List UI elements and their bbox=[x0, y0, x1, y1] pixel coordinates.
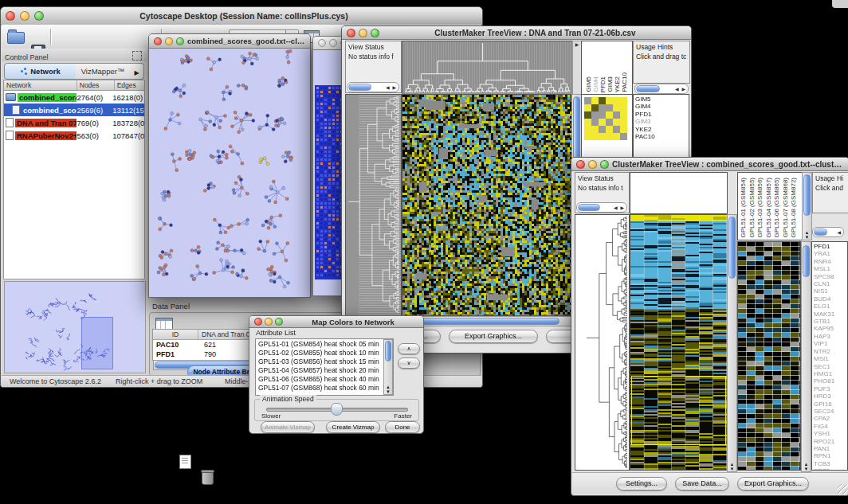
network-row[interactable]: RNAPuberNov2+|563(0)107847(0) bbox=[4, 129, 144, 142]
gene-item[interactable]: GIM3 bbox=[634, 118, 689, 125]
move-up-button[interactable]: ∧ bbox=[398, 343, 420, 354]
open-file-icon[interactable] bbox=[7, 32, 25, 44]
close-icon[interactable] bbox=[254, 318, 262, 326]
zoomed-heatmap-canvas[interactable] bbox=[737, 241, 801, 471]
attribute-listbox[interactable]: GPL51-01 (GSM854) heat shock 05 minGPL51… bbox=[255, 338, 394, 396]
attribute-item[interactable]: GPL51-02 (GSM855) heat shock 10 min bbox=[256, 349, 393, 357]
minimize-icon[interactable] bbox=[588, 160, 597, 169]
minimize-icon[interactable] bbox=[329, 39, 337, 47]
treeview-dna-titlebar[interactable]: ClusterMaker TreeView : DNA and Tran 07-… bbox=[342, 26, 691, 40]
combined-heatmap-canvas[interactable] bbox=[630, 214, 728, 471]
zoom-window-icon[interactable] bbox=[34, 11, 44, 21]
left-dendrogram-canvas[interactable] bbox=[345, 94, 402, 316]
dna-heatmap-hscrollbar[interactable] bbox=[402, 316, 573, 326]
gene-item[interactable]: GTB1 bbox=[812, 318, 847, 325]
gene-item[interactable]: HRD3 bbox=[812, 393, 847, 400]
left-dendrogram-canvas-2[interactable] bbox=[575, 214, 630, 471]
combined-save-data-button[interactable]: Save Data... bbox=[675, 477, 729, 490]
combined-export-graphics-button[interactable]: Export Graphics... bbox=[737, 477, 809, 490]
gene-item[interactable]: GIM4 bbox=[634, 103, 689, 110]
new-attribute-icon[interactable] bbox=[179, 455, 191, 469]
treeview-combined-titlebar[interactable]: ClusterMaker TreeView : combined_scores_… bbox=[571, 158, 848, 171]
gene-item[interactable]: CPA2 bbox=[812, 415, 847, 422]
combined-heatmap-vscrollbar[interactable]: ▲▼ bbox=[727, 214, 737, 472]
resize-grip[interactable] bbox=[838, 484, 848, 494]
gene-item[interactable]: HAP3 bbox=[812, 333, 847, 340]
gene-item[interactable]: GPI16 bbox=[812, 400, 847, 408]
gene-item[interactable]: GIM5 bbox=[634, 96, 689, 103]
minimize-icon[interactable] bbox=[165, 37, 173, 45]
gene-item[interactable]: RNR4 bbox=[812, 258, 847, 265]
network-view-titlebar[interactable]: combined_scores_good.txt--cluste... bbox=[149, 34, 310, 49]
move-down-button[interactable]: ∨ bbox=[398, 357, 420, 369]
main-titlebar[interactable]: Cytoscape Desktop (Session Name: collins… bbox=[1, 7, 482, 25]
close-icon[interactable] bbox=[318, 39, 326, 47]
zoom-window-icon[interactable] bbox=[176, 37, 184, 45]
view-status-scrollbar-2[interactable]: ◀ ▶ bbox=[576, 202, 627, 213]
col-network[interactable]: Network bbox=[4, 80, 77, 90]
gene-item[interactable]: RPO21 bbox=[812, 438, 847, 445]
network-row[interactable]: DNA and Tran 07769(0)183728(0) bbox=[4, 116, 144, 129]
gene-item[interactable]: SPC98 bbox=[812, 273, 847, 280]
gene-item[interactable]: YKE2 bbox=[634, 126, 689, 133]
minimize-icon[interactable] bbox=[265, 318, 273, 326]
gene-item[interactable]: FIG4 bbox=[812, 423, 847, 430]
map-colors-titlebar[interactable]: Map Colors to Network bbox=[249, 316, 423, 328]
minimize-icon[interactable] bbox=[359, 29, 367, 37]
network-row[interactable]: combined_sco2569(6)13112(15) bbox=[4, 104, 144, 116]
close-icon[interactable] bbox=[6, 11, 15, 21]
gene-item[interactable]: RPN1 bbox=[812, 452, 847, 459]
gene-item[interactable]: TCB3 bbox=[812, 460, 847, 467]
top-dendrogram-canvas[interactable] bbox=[402, 41, 573, 95]
delete-attribute-icon[interactable] bbox=[202, 471, 214, 485]
gene-item[interactable]: SEC24 bbox=[812, 408, 847, 415]
gene-item[interactable]: PAN1 bbox=[812, 445, 847, 452]
dna-heatmap-canvas[interactable] bbox=[402, 94, 572, 316]
gene-item[interactable]: BUD4 bbox=[812, 295, 847, 303]
gene-item[interactable]: MSI1 bbox=[812, 355, 847, 362]
gene-item[interactable]: NTR2 bbox=[812, 348, 847, 355]
gene-item[interactable]: ELG1 bbox=[812, 303, 847, 310]
birdseye-view[interactable] bbox=[4, 281, 146, 373]
gene-item[interactable]: PAC10 bbox=[634, 133, 689, 140]
gene-item[interactable]: MSL1 bbox=[812, 265, 847, 272]
col-edges[interactable]: Edges bbox=[115, 80, 144, 90]
usage-hints-scrollbar[interactable]: ◀ ▶ bbox=[634, 84, 689, 94]
attribute-item[interactable]: GPL51-06 (GSM865) heat shock 40 min bbox=[256, 375, 393, 384]
network-canvas[interactable] bbox=[150, 49, 308, 295]
attribute-item[interactable]: GPL51-03 (GSM856) heat shock 15 min bbox=[256, 357, 393, 366]
tab-network[interactable]: Network bbox=[4, 63, 77, 80]
tab-vizmapper[interactable]: VizMapper™ bbox=[76, 63, 131, 80]
zoom-window-icon[interactable] bbox=[600, 160, 609, 169]
slider-thumb[interactable] bbox=[331, 403, 343, 416]
gene-item[interactable]: KAP95 bbox=[812, 325, 847, 332]
gene-item[interactable]: PFD1 bbox=[634, 111, 689, 118]
network-row[interactable]: combined_scores_2764(0)16218(0) bbox=[4, 91, 144, 104]
close-icon[interactable] bbox=[347, 29, 355, 37]
gene-item[interactable]: PEP5 bbox=[812, 467, 847, 471]
settings-button[interactable]: Settings... bbox=[616, 477, 667, 490]
minimize-icon[interactable] bbox=[20, 11, 29, 21]
gene-item[interactable]: HMG1 bbox=[812, 370, 847, 377]
gene-item[interactable]: MAK31 bbox=[812, 311, 847, 318]
gene-item[interactable]: NIS1 bbox=[812, 287, 847, 295]
data-col-id[interactable]: ID bbox=[153, 330, 198, 339]
view-status-scrollbar[interactable]: ◀ ▶ bbox=[347, 82, 399, 92]
gene-item[interactable]: YSH1 bbox=[812, 430, 847, 437]
dna-export-graphics-button[interactable]: Export Graphics... bbox=[449, 330, 538, 343]
close-icon[interactable] bbox=[576, 160, 585, 169]
column-labels-vscrollbar[interactable]: ▲▼ bbox=[802, 172, 812, 240]
col-nodes[interactable]: Nodes bbox=[77, 80, 115, 90]
float-panel-icon[interactable] bbox=[132, 51, 142, 61]
gene-item[interactable]: PUF3 bbox=[812, 385, 847, 393]
zoom-window-icon[interactable] bbox=[275, 318, 283, 326]
gene-item[interactable]: VIP1 bbox=[812, 340, 847, 347]
similarity-matrix[interactable] bbox=[584, 97, 627, 140]
zoom-window-icon[interactable] bbox=[371, 29, 379, 37]
tab-overflow-button[interactable]: ▶ bbox=[130, 63, 144, 80]
attribute-item[interactable]: GPL51-07 (GSM868) heat shock 60 min bbox=[256, 384, 393, 393]
gene-list-vscrollbar[interactable]: ▲▼ bbox=[801, 241, 811, 472]
gene-item[interactable]: SEC1 bbox=[812, 363, 847, 370]
gene-item[interactable]: PHO81 bbox=[812, 377, 847, 385]
gene-item[interactable]: YRA1 bbox=[812, 250, 847, 257]
